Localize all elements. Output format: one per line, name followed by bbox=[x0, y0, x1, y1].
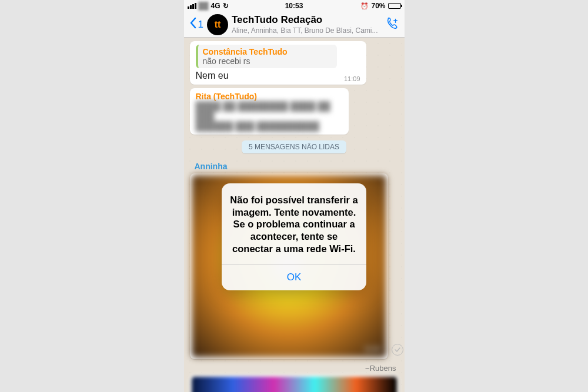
avatar[interactable]: tt bbox=[207, 14, 228, 35]
activity-icon: ↻ bbox=[223, 2, 229, 10]
call-button[interactable] bbox=[385, 16, 400, 33]
chat-title-block[interactable]: TechTudo Redação Aline, Anninha, Bia TT,… bbox=[232, 14, 381, 35]
signal-icon bbox=[188, 3, 196, 9]
ok-button[interactable]: OK bbox=[222, 264, 366, 290]
chat-subtitle: Aline, Anninha, Bia TT, Bruno De Blasi, … bbox=[232, 26, 381, 35]
chevron-left-icon bbox=[189, 17, 197, 32]
alarm-icon bbox=[360, 2, 369, 10]
battery-percent: 70% bbox=[371, 2, 385, 10]
chat-title: TechTudo Redação bbox=[232, 14, 381, 26]
carrier-label: ██ bbox=[199, 2, 209, 10]
alert-dialog: Não foi possível transferir a imagem. Te… bbox=[222, 183, 366, 290]
status-bar: ██ 4G ↻ 10:53 70% bbox=[184, 0, 405, 12]
back-count: 1 bbox=[198, 19, 203, 31]
alert-backdrop: Não foi possível transferir a imagem. Te… bbox=[184, 38, 405, 392]
clock: 10:53 bbox=[285, 2, 303, 10]
alert-message: Não foi possível transferir a imagem. Te… bbox=[222, 183, 366, 264]
battery-icon bbox=[388, 3, 401, 9]
back-button[interactable]: 1 bbox=[189, 17, 203, 32]
network-label: 4G bbox=[211, 2, 220, 10]
chat-header: 1 tt TechTudo Redação Aline, Anninha, Bi… bbox=[184, 12, 405, 38]
chat-body[interactable]: Constância TechTudo não recebi rs Nem eu… bbox=[184, 38, 405, 392]
phone-screen: ██ 4G ↻ 10:53 70% 1 tt TechTudo Redação … bbox=[184, 0, 405, 392]
